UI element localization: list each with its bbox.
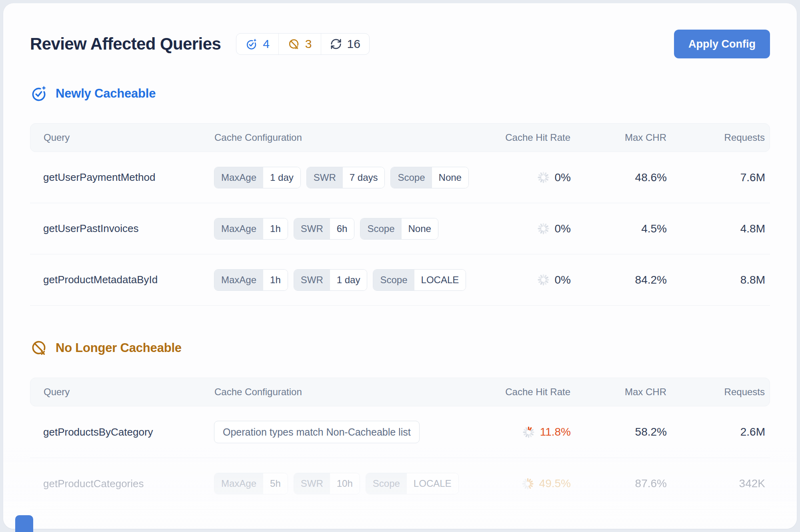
column-header-requests: Requests [671, 386, 770, 398]
non-cacheable-reason: Operation types match Non-Cacheable list [214, 421, 420, 443]
cache-hit-rate-value: 0% [555, 222, 571, 235]
page-header: Review Affected Queries 4 3 16 Apply Con… [30, 29, 770, 59]
cache-hit-rate-cell: 11.8% [476, 426, 576, 438]
pill-label: Scope [360, 218, 401, 239]
cache-config-cell: MaxAge1h SWR1 day ScopeLOCALE [214, 269, 476, 291]
cache-hit-rate-cell: 0% [476, 222, 576, 235]
table-row: getUserPastInvoices MaxAge1h SWR6h Scope… [30, 203, 770, 254]
cache-hit-rate-value: 49.5% [539, 477, 571, 490]
pill-label: Scope [373, 270, 414, 290]
cache-hit-rate-value: 0% [555, 171, 571, 184]
cache-hit-rate-value: 11.8% [540, 426, 571, 438]
summary-badge-group: 4 3 16 [236, 33, 370, 55]
max-chr-value: 48.6% [576, 171, 672, 184]
config-pill-scope[interactable]: ScopeNone [360, 218, 438, 240]
newly-cacheable-count: 4 [263, 37, 270, 51]
cache-hit-rate-cell: 49.5% [476, 477, 576, 490]
table-header-no-longer: Query Cache Configuration Cache Hit Rate… [30, 378, 770, 406]
max-chr-value: 4.5% [576, 222, 672, 235]
pill-label: Scope [366, 473, 407, 494]
config-pill-maxage[interactable]: MaxAge1h [214, 218, 288, 240]
query-name: getProductsByCategory [30, 426, 214, 438]
table-row: getUserPaymentMethod MaxAge1 day SWR7 da… [30, 152, 770, 203]
config-pill-scope[interactable]: ScopeNone [390, 167, 468, 188]
partially-visible-button[interactable] [15, 515, 33, 532]
requests-value: 7.6M [672, 171, 770, 184]
column-header-query: Query [30, 386, 214, 398]
section-title: Newly Cacheable [56, 86, 156, 101]
cache-config-cell: MaxAge1 day SWR7 days ScopeNone [214, 167, 476, 188]
column-header-cache-hit-rate: Cache Hit Rate [475, 386, 575, 398]
config-pill-maxage[interactable]: MaxAge1 day [214, 167, 301, 188]
pill-value: LOCALE [407, 473, 458, 494]
no-longer-cacheable-badge: 3 [278, 34, 321, 54]
pill-value: 1 day [263, 167, 300, 188]
table-row: getProductsByCategory Operation types ma… [30, 406, 770, 458]
column-header-requests: Requests [671, 132, 770, 143]
config-pill-maxage[interactable]: MaxAge1h [214, 269, 288, 291]
loading-spinner-icon [537, 222, 550, 235]
section-newly-cacheable-header: Newly Cacheable [30, 85, 770, 102]
refresh-icon [330, 38, 342, 50]
cache-hit-rate-cell: 0% [476, 274, 576, 286]
apply-config-button[interactable]: Apply Config [674, 30, 770, 58]
config-pill-swr[interactable]: SWR1 day [294, 269, 368, 291]
loading-spinner-icon [537, 171, 550, 184]
requests-value: 4.8M [672, 222, 770, 235]
column-header-cache-configuration: Cache Configuration [214, 132, 475, 143]
max-chr-value: 87.6% [576, 477, 672, 490]
pill-label: MaxAge [214, 218, 263, 239]
newly-cacheable-icon [245, 38, 258, 50]
pill-label: MaxAge [214, 270, 263, 290]
max-chr-value: 58.2% [576, 426, 672, 438]
config-pill-swr[interactable]: SWR6h [294, 218, 355, 240]
pill-label: Scope [391, 167, 432, 188]
pill-value: 1 day [330, 270, 367, 290]
loading-spinner-icon [522, 478, 534, 490]
table-header-newly: Query Cache Configuration Cache Hit Rate… [30, 123, 770, 152]
column-header-query: Query [30, 132, 214, 143]
cache-hit-rate-cell: 0% [476, 171, 576, 184]
query-name: getProductMetadataById [30, 274, 214, 286]
config-pill-scope[interactable]: ScopeLOCALE [373, 269, 466, 291]
config-pill-maxage[interactable]: MaxAge5h [214, 473, 288, 494]
no-longer-cacheable-icon [30, 339, 48, 357]
pill-value: 6h [330, 218, 354, 239]
pill-value: 5h [263, 473, 288, 494]
pill-value: 1h [263, 270, 288, 290]
cache-config-cell: MaxAge1h SWR6h ScopeNone [214, 218, 476, 240]
column-header-cache-configuration: Cache Configuration [214, 386, 475, 398]
loading-spinner-icon [537, 274, 550, 286]
pill-value: LOCALE [414, 270, 466, 290]
pill-value: 10h [330, 473, 360, 494]
column-header-max-chr: Max CHR [575, 132, 671, 143]
section-title: No Longer Cacheable [56, 341, 182, 355]
unchanged-queries-count: 16 [347, 37, 360, 51]
column-header-cache-hit-rate: Cache Hit Rate [475, 132, 575, 143]
query-name: getProductCategories [30, 478, 214, 490]
column-header-max-chr: Max CHR [575, 386, 671, 398]
config-pill-swr[interactable]: SWR7 days [306, 167, 385, 188]
pill-label: MaxAge [214, 473, 263, 494]
config-pill-swr[interactable]: SWR10h [294, 473, 360, 494]
pill-value: 7 days [343, 167, 385, 188]
unchanged-queries-badge: 16 [321, 34, 369, 54]
pill-value: None [432, 167, 468, 188]
pill-value: None [402, 218, 438, 239]
config-pill-scope[interactable]: ScopeLOCALE [366, 473, 459, 494]
requests-value: 342K [672, 477, 770, 490]
review-affected-queries-card: Review Affected Queries 4 3 16 Apply Con… [3, 3, 797, 529]
table-row: getProductMetadataById MaxAge1h SWR1 day… [30, 254, 770, 306]
newly-cacheable-icon [30, 85, 48, 102]
pill-label: MaxAge [214, 167, 263, 188]
cache-hit-rate-value: 0% [555, 274, 571, 286]
pill-value: 1h [263, 218, 288, 239]
cache-config-cell: MaxAge5h SWR10h ScopeLOCALE [214, 473, 476, 494]
no-longer-cacheable-icon [288, 38, 300, 50]
cache-config-cell: Operation types match Non-Cacheable list [214, 421, 476, 443]
no-longer-cacheable-count: 3 [305, 37, 312, 51]
newly-cacheable-badge: 4 [236, 34, 278, 54]
pill-label: SWR [307, 167, 343, 188]
pill-label: SWR [294, 270, 330, 290]
pill-label: SWR [294, 473, 330, 494]
